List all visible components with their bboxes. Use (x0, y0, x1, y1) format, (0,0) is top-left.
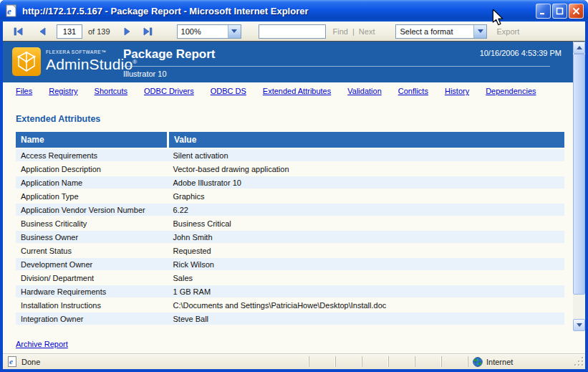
status-panel (388, 356, 415, 367)
attribute-name-cell: Business Criticality (16, 216, 168, 230)
attribute-value-cell: Sales (168, 271, 565, 285)
nav-link-dependencies[interactable]: Dependencies (486, 87, 536, 95)
export-format-select[interactable]: Select a format (395, 24, 487, 39)
page-count-label: of 139 (88, 27, 110, 36)
attribute-name-cell: Application Name (16, 176, 168, 189)
scroll-up-button[interactable] (573, 42, 585, 54)
nav-link-extended-attributes[interactable]: Extended Attributes (263, 87, 331, 95)
nav-link-odbc-ds[interactable]: ODBC DS (211, 87, 246, 95)
attribute-value-cell: Silent activation (168, 148, 565, 162)
table-row: Installation InstructionsC:\Documents an… (16, 298, 564, 312)
export-button[interactable]: Export (496, 27, 519, 36)
table-row: Integration OwnerSteve Ball (16, 312, 564, 325)
table-row: Development OwnerRick Wilson (16, 257, 564, 271)
zoom-select[interactable]: 100% (177, 24, 241, 39)
extended-attributes-table: Name Value Access RequirementsSilent act… (16, 132, 564, 326)
attribute-value-cell: John Smith (168, 230, 565, 244)
zone-label: Internet (486, 358, 513, 366)
attribute-name-cell: Business Owner (16, 230, 168, 244)
table-row: Business OwnerJohn Smith (16, 230, 564, 244)
section-heading: Extended Attributes (16, 114, 100, 124)
report-content: FLEXERA SOFTWARE™ AdminStudio® Package R… (3, 42, 585, 354)
header-divider (123, 66, 550, 67)
attribute-value-cell: Vector-based drawing application (168, 162, 565, 176)
scroll-down-button[interactable] (573, 319, 585, 331)
attribute-value-cell: Requested (168, 244, 565, 257)
nav-link-history[interactable]: History (445, 87, 469, 95)
attribute-name-cell: Development Owner (16, 257, 168, 271)
next-result-button[interactable]: Next (359, 27, 375, 36)
table-header-row: Name Value (16, 132, 564, 148)
page-title: Package Report (123, 47, 216, 62)
page-number-input[interactable] (57, 24, 82, 39)
table-row: Application TypeGraphics (16, 189, 564, 203)
attribute-name-cell: Application Description (16, 162, 168, 176)
attribute-value-cell: Business Critical (168, 216, 565, 230)
attribute-value-cell: Rick Wilson (168, 257, 565, 271)
chevron-down-icon[interactable] (473, 25, 486, 38)
attribute-value-cell: Steve Ball (168, 312, 565, 325)
attribute-name-cell: Division/ Department (16, 271, 168, 285)
previous-page-button[interactable] (39, 27, 46, 36)
adminstudio-logo: FLEXERA SOFTWARE™ AdminStudio® (12, 47, 137, 76)
attribute-name-cell: Application Vendor Version Number (16, 203, 168, 216)
status-panel (441, 356, 468, 367)
browser-window: e http://172.17.5.167 - Package Report -… (0, 0, 588, 372)
first-page-button[interactable] (14, 27, 23, 36)
nav-link-shortcuts[interactable]: Shortcuts (95, 87, 127, 95)
status-panel (335, 356, 362, 367)
attribute-value-cell: C:\Documents and Settings\PatriciaHowe\D… (168, 298, 565, 312)
title-bar: e http://172.17.5.167 - Package Report -… (0, 0, 588, 22)
attribute-value-cell: 6.22 (168, 203, 565, 216)
status-panel (415, 356, 441, 367)
attribute-value-cell: Adobe Illustrator 10 (168, 176, 565, 189)
maximize-button[interactable] (552, 4, 567, 19)
attribute-value-cell: Graphics (168, 189, 565, 203)
minimize-button[interactable] (536, 4, 551, 19)
close-button[interactable] (569, 4, 584, 19)
attribute-name-cell: Installation Instructions (16, 298, 168, 312)
report-timestamp: 10/16/2006 4:53:39 PM (480, 49, 562, 57)
table-row: Access RequirementsSilent activation (16, 148, 564, 162)
find-next-separator: | (352, 27, 355, 36)
report-section-nav: Files Registry Shortcuts ODBC Drivers OD… (16, 87, 536, 95)
report-toolbar: of 139 100% Find | Next Select a format … (3, 22, 585, 42)
last-page-button[interactable] (143, 27, 153, 36)
window-title: http://172.17.5.167 - Package Report - M… (22, 6, 536, 16)
resize-grip[interactable] (574, 356, 584, 367)
next-page-button[interactable] (124, 27, 130, 36)
zoom-value: 100% (178, 27, 228, 36)
table-row: Business CriticalityBusiness Critical (16, 216, 564, 230)
attribute-value-cell: 1 GB RAM (168, 285, 565, 298)
package-name: Illustrator 10 (123, 70, 167, 78)
archive-report-link[interactable]: Archive Report (16, 340, 68, 348)
ie-page-icon: e (4, 4, 19, 17)
report-header-banner: FLEXERA SOFTWARE™ AdminStudio® Package R… (3, 42, 573, 82)
svg-text:e: e (7, 6, 11, 16)
nav-link-conflicts[interactable]: Conflicts (398, 87, 428, 95)
column-header-name: Name (16, 132, 168, 148)
nav-link-odbc-drivers[interactable]: ODBC Drivers (144, 87, 194, 95)
internet-globe-icon (473, 357, 483, 367)
column-header-value: Value (168, 132, 565, 148)
chevron-down-icon[interactable] (228, 25, 241, 38)
nav-link-validation[interactable]: Validation (347, 87, 382, 95)
find-button[interactable]: Find (333, 27, 348, 36)
ie-page-icon: e (6, 356, 18, 367)
table-row: Hardware Requirements1 GB RAM (16, 285, 564, 298)
table-row: Application DescriptionVector-based draw… (16, 162, 564, 176)
nav-link-registry[interactable]: Registry (49, 87, 77, 95)
table-row: Division/ DepartmentSales (16, 271, 564, 285)
vertical-scrollbar[interactable] (573, 42, 585, 331)
nav-link-files[interactable]: Files (16, 87, 32, 95)
table-row: Application NameAdobe Illustrator 10 (16, 176, 564, 189)
security-zone-panel: Internet (468, 356, 574, 367)
attribute-name-cell: Integration Owner (16, 312, 168, 325)
find-text-input[interactable] (259, 24, 326, 39)
attribute-name-cell: Access Requirements (16, 148, 168, 162)
table-row: Application Vendor Version Number6.22 (16, 203, 564, 216)
scrollbar-thumb[interactable] (573, 54, 585, 295)
attribute-name-cell: Hardware Requirements (16, 285, 168, 298)
export-format-value: Select a format (396, 27, 473, 36)
attribute-name-cell: Current Status (16, 244, 168, 257)
